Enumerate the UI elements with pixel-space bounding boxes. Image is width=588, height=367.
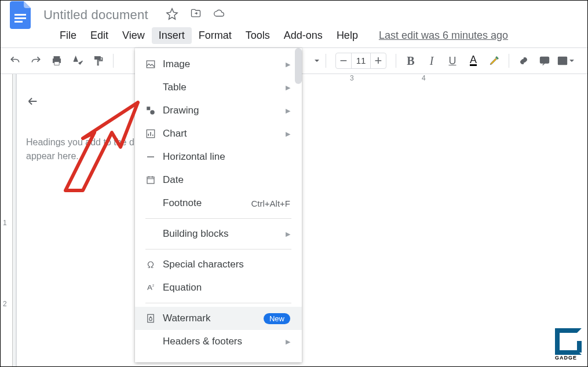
text-color-button[interactable]: A — [465, 52, 482, 69]
svg-rect-0 — [14, 14, 26, 16]
svg-rect-2 — [14, 21, 23, 23]
svg-rect-1 — [14, 17, 26, 19]
font-size-increase[interactable]: + — [371, 53, 386, 68]
insert-building-blocks[interactable]: Building blocks▶ — [135, 222, 302, 245]
menu-edit[interactable]: Edit — [83, 27, 115, 44]
insert-headers-footers[interactable]: Headers & footers▶ — [135, 330, 302, 353]
calendar-icon — [145, 175, 163, 185]
menu-format[interactable]: Format — [192, 27, 239, 44]
outline-collapse-arrow[interactable] — [26, 95, 137, 110]
underline-button[interactable]: U — [444, 52, 461, 69]
menu-tools[interactable]: Tools — [239, 27, 277, 44]
italic-button[interactable]: I — [423, 52, 440, 69]
insert-date[interactable]: Date — [135, 168, 302, 192]
menu-addons[interactable]: Add-ons — [277, 27, 330, 44]
insert-horizontal-line[interactable]: Horizontal line — [135, 145, 302, 168]
brand-watermark: GADGE — [555, 328, 582, 361]
chart-icon — [145, 129, 163, 139]
footnote-shortcut: Ctrl+Alt+F — [251, 199, 290, 208]
outline-placeholder: Headings you add to the dappear here. — [26, 135, 137, 163]
highlight-button[interactable] — [485, 52, 503, 69]
menu-bar: File Edit View Insert Format Tools Add-o… — [1, 26, 587, 47]
svg-rect-10 — [147, 107, 150, 110]
docs-logo[interactable] — [5, 0, 35, 30]
print-button[interactable] — [48, 52, 65, 69]
cloud-status-icon[interactable] — [213, 8, 225, 23]
insert-image[interactable]: Image▶ — [135, 53, 302, 76]
equation-icon: 2 — [145, 282, 163, 293]
bold-button[interactable]: B — [402, 52, 419, 69]
omega-icon — [145, 259, 163, 270]
insert-chart[interactable]: Chart▶ — [135, 122, 302, 145]
svg-rect-6 — [94, 57, 100, 60]
paint-format-button[interactable] — [90, 52, 107, 69]
insert-dropdown: Image▶ Table▶ Drawing▶ Chart▶ Horizontal… — [135, 48, 302, 362]
menu-view[interactable]: View — [115, 27, 152, 44]
insert-special-characters[interactable]: Special characters — [135, 253, 302, 276]
svg-rect-9 — [147, 61, 155, 68]
insert-watermark[interactable]: Watermark New — [135, 307, 302, 330]
svg-text:2: 2 — [152, 284, 154, 287]
hline-icon — [145, 152, 163, 162]
document-title[interactable]: Untitled document — [43, 8, 148, 23]
star-icon[interactable] — [166, 8, 178, 23]
drawing-icon — [145, 105, 163, 116]
svg-rect-13 — [147, 177, 154, 183]
svg-rect-3 — [54, 57, 60, 59]
insert-link-button[interactable] — [515, 52, 532, 69]
insert-image-button[interactable] — [557, 52, 574, 69]
font-size-value[interactable]: 11 — [351, 53, 371, 68]
image-icon — [145, 59, 163, 69]
vertical-ruler: 1 2 — [1, 80, 12, 367]
undo-button[interactable] — [6, 52, 24, 69]
insert-footnote[interactable]: Footnote Ctrl+Alt+F — [135, 192, 302, 215]
move-icon[interactable] — [190, 8, 202, 23]
svg-point-11 — [150, 110, 155, 115]
menu-insert[interactable]: Insert — [152, 27, 192, 44]
outline-panel: Headings you add to the dappear here. — [1, 74, 148, 367]
watermark-icon — [145, 313, 163, 324]
font-size-decrease[interactable]: − — [336, 53, 351, 68]
menu-file[interactable]: File — [53, 27, 83, 44]
insert-drawing[interactable]: Drawing▶ — [135, 99, 302, 122]
font-size-stepper[interactable]: − 11 + — [335, 53, 386, 69]
font-dropdown[interactable] — [314, 58, 320, 64]
svg-rect-5 — [54, 62, 59, 65]
menu-help[interactable]: Help — [330, 27, 365, 44]
redo-button[interactable] — [27, 52, 45, 69]
insert-table[interactable]: Table▶ — [135, 76, 302, 99]
add-comment-button[interactable] — [536, 52, 553, 69]
spellcheck-button[interactable] — [69, 52, 86, 69]
last-edit-link[interactable]: Last edit was 6 minutes ago — [379, 30, 508, 42]
insert-equation[interactable]: 2 Equation — [135, 276, 302, 299]
svg-rect-15 — [148, 314, 154, 322]
new-badge: New — [264, 313, 290, 324]
